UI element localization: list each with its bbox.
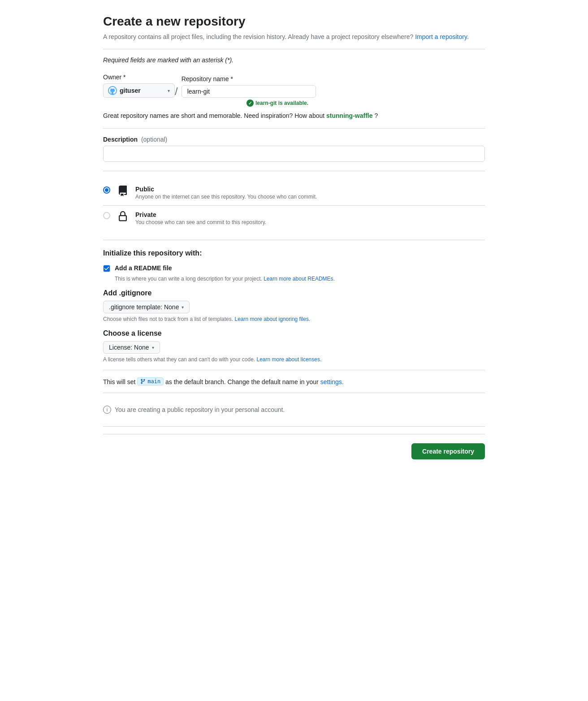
- owner-avatar: [108, 86, 117, 95]
- gitignore-dropdown[interactable]: .gitignore template: None ▾: [103, 301, 190, 313]
- readme-row: Add a README file: [103, 264, 485, 272]
- slash-separator: /: [175, 85, 178, 98]
- footer-actions: Create repository: [103, 434, 485, 468]
- private-option[interactable]: Private You choose who can see and commi…: [103, 205, 485, 231]
- availability-message: ✓ learn-git is available.: [246, 100, 485, 107]
- readme-label: Add a README file: [115, 264, 172, 272]
- default-branch-note: This will set main as the default branch…: [103, 377, 485, 385]
- license-helper: A license tells others what they can and…: [103, 356, 485, 363]
- divider-4: [103, 240, 485, 240]
- public-icon: [116, 184, 130, 198]
- private-radio[interactable]: [103, 212, 110, 219]
- suggestion-link[interactable]: stunning-waffle: [326, 112, 372, 119]
- private-text: Private You choose who can see and commi…: [135, 211, 266, 225]
- page-subtitle: A repository contains all project files,…: [103, 32, 485, 42]
- required-note: Required fields are marked with an aster…: [103, 56, 485, 64]
- private-icon: [116, 209, 130, 224]
- gitignore-section: Add .gitignore .gitignore template: None…: [103, 289, 485, 322]
- description-input[interactable]: [103, 146, 485, 162]
- divider-2: [103, 128, 485, 129]
- divider-3: [103, 171, 485, 171]
- readme-checkbox[interactable]: [103, 265, 110, 272]
- divider-5: [103, 370, 485, 370]
- license-learn-more-link[interactable]: Learn more about licenses.: [257, 356, 322, 363]
- initialize-section: Initialize this repository with: Add a R…: [103, 249, 485, 363]
- public-option[interactable]: Public Anyone on the internet can see th…: [103, 180, 485, 205]
- check-circle-icon: ✓: [246, 100, 254, 107]
- readme-learn-more-link[interactable]: Learn more about READMEs.: [264, 276, 335, 282]
- gitignore-helper: Choose which files not to track from a l…: [103, 316, 485, 322]
- visibility-section: Public Anyone on the internet can see th…: [103, 180, 485, 231]
- info-icon: i: [103, 406, 111, 414]
- public-text: Public Anyone on the internet can see th…: [135, 186, 317, 200]
- repo-name-input[interactable]: [182, 85, 316, 98]
- readme-description: This is where you can write a long descr…: [115, 276, 485, 282]
- suggestion-text: Great repository names are short and mem…: [103, 112, 485, 119]
- public-radio[interactable]: [103, 186, 110, 194]
- owner-dropdown[interactable]: gituser ▾: [103, 83, 175, 98]
- divider-6: [103, 393, 485, 393]
- description-group: Description (optional): [103, 136, 485, 162]
- settings-link[interactable]: settings.: [320, 378, 344, 385]
- license-chevron-icon: ▾: [152, 345, 154, 350]
- gitignore-learn-more-link[interactable]: Learn more about ignoring files.: [234, 316, 310, 322]
- owner-repo-row: Owner * gituser ▾ / Repository name *: [103, 73, 485, 98]
- repo-name-label: Repository name *: [182, 75, 316, 82]
- license-heading: Choose a license: [103, 329, 485, 338]
- gitignore-chevron-icon: ▾: [182, 305, 184, 310]
- divider-7: [103, 426, 485, 427]
- license-dropdown[interactable]: License: None ▾: [103, 341, 160, 354]
- owner-chevron-icon: ▾: [168, 88, 170, 93]
- divider-1: [103, 49, 485, 49]
- create-repository-button[interactable]: Create repository: [411, 443, 485, 459]
- owner-label: Owner *: [103, 74, 175, 81]
- owner-group: Owner * gituser ▾: [103, 74, 175, 98]
- gitignore-heading: Add .gitignore: [103, 289, 485, 297]
- owner-name: gituser: [120, 87, 165, 94]
- branch-badge: main: [137, 377, 164, 385]
- license-section: Choose a license License: None ▾ A licen…: [103, 329, 485, 363]
- initialize-heading: Initialize this repository with:: [103, 249, 485, 257]
- public-notice: i You are creating a public repository i…: [103, 400, 485, 419]
- import-link[interactable]: Import a repository.: [415, 33, 469, 40]
- repo-name-group: Repository name *: [182, 75, 316, 98]
- page-title: Create a new repository: [103, 14, 485, 29]
- description-label: Description (optional): [103, 136, 485, 143]
